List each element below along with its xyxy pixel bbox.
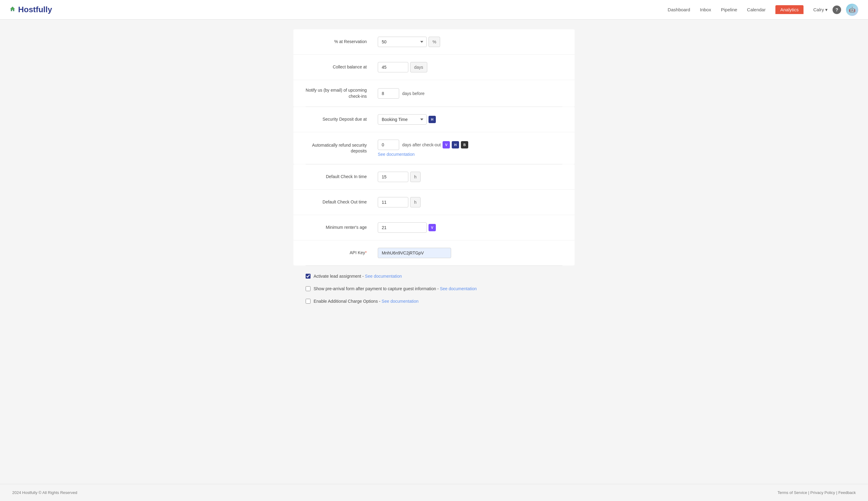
footer: 2024 Hostfully © All Rights Reserved Ter… [0,484,868,501]
logo[interactable]: Hostfully [10,5,52,14]
collect-balance-label: Collect balance at [306,64,373,70]
checkbox-section: Activate lead assignment - See documenta… [294,266,574,318]
checkin-input-group: 15 h [378,172,421,182]
api-key-input[interactable]: MnhU6n9VC2jRTGpV [378,248,451,258]
checkbox2-label: Show pre-arrival form after payment to c… [314,286,436,291]
payment-section: % at Reservation 50 25 75 100 % Collect … [294,29,574,107]
checkbox3-label: Enable Additional Charge Options - [314,299,381,303]
nav-dashboard[interactable]: Dashboard [668,7,690,12]
checkout-row: Default Check Out time 11 h [294,190,574,215]
nav-right: Calry ▾ ? 🤖 [813,4,858,16]
security-deposit-row: Security Deposit due at Booking Time Che… [294,107,574,132]
checkin-addon: h [410,172,421,182]
privacy-link[interactable]: Privacy Policy [810,490,835,495]
checkin-input[interactable]: 15 [378,172,408,182]
notify-input-group: 8 days before [378,88,424,99]
collect-balance-input[interactable]: 45 [378,62,408,72]
min-age-label: Minimum renter's age [306,225,373,231]
notify-row: Notify us (by email) of upcoming check-i… [294,80,574,107]
checkout-input-group: 11 h [378,197,421,207]
min-age-input-group: 21 V [378,222,436,233]
min-age-input[interactable]: 21 [378,222,427,233]
reservation-addon: % [428,37,440,47]
collect-balance-input-group: 45 days [378,62,427,72]
badge-h: H [452,141,459,148]
checkin-section: Default Check In time 15 h Default Check… [294,164,574,266]
api-key-input-group: MnhU6n9VC2jRTGpV [378,248,451,258]
auto-refund-row: Automatically refund security deposits 0… [294,132,574,164]
checkout-input[interactable]: 11 [378,197,408,207]
checkbox-row-3: Enable Additional Charge Options - See d… [306,298,562,305]
copyright: 2024 Hostfully © All Rights Reserved [12,490,77,495]
api-key-label: API Key* [306,250,373,256]
nav-inbox[interactable]: Inbox [700,7,711,12]
reservation-label: % at Reservation [306,39,373,45]
notify-addon: days before [402,91,424,96]
nav-links: Dashboard Inbox Pipeline Calendar Analyt… [668,7,804,12]
checkbox2-link[interactable]: See documentation [440,286,477,291]
notify-label: Notify us (by email) of upcoming check-i… [306,87,373,99]
auto-refund-label: Automatically refund security deposits [306,142,373,154]
checkbox3-link[interactable]: See documentation [382,299,419,303]
checkbox-row-1: Activate lead assignment - See documenta… [306,273,562,279]
nav-pipeline[interactable]: Pipeline [721,7,737,12]
security-deposit-section: Security Deposit due at Booking Time Che… [294,107,574,164]
checkin-label: Default Check In time [306,174,373,180]
main-content: % at Reservation 50 25 75 100 % Collect … [287,20,581,484]
checkout-addon: h [410,197,421,207]
checkbox1-label: Activate lead assignment [314,274,361,279]
activate-lead-checkbox[interactable] [306,274,310,279]
nav-calry[interactable]: Calry ▾ [813,7,828,12]
notify-input[interactable]: 8 [378,88,399,99]
chevron-down-icon: ▾ [825,7,828,12]
logo-icon [10,6,15,12]
reservation-select[interactable]: 50 25 75 100 [378,37,427,47]
reservation-row: % at Reservation 50 25 75 100 % [294,29,574,55]
checkin-row: Default Check In time 15 h [294,164,574,190]
checkbox-row-2: Show pre-arrival form after payment to c… [306,286,562,292]
security-deposit-input-group: Booking Time Check-in Time Check-out Tim… [378,114,436,125]
collect-balance-addon: days [410,62,427,72]
nav-calendar[interactable]: Calendar [747,7,766,12]
api-key-row: API Key* MnhU6n9VC2jRTGpV [294,241,574,266]
min-age-row: Minimum renter's age 21 V [294,215,574,241]
checkbox1-link[interactable]: See documentation [365,274,402,279]
see-documentation-1[interactable]: See documentation [378,152,468,157]
badge-v: V [443,141,450,148]
badge-v-age: V [428,224,436,231]
footer-links: Terms of Service | Privacy Policy | Feed… [777,490,856,495]
security-deposit-select[interactable]: Booking Time Check-in Time Check-out Tim… [378,114,427,125]
feedback-link[interactable]: Feedback [838,490,856,495]
auto-refund-input[interactable]: 0 [378,140,399,150]
security-deposit-label: Security Deposit due at [306,116,373,122]
additional-charge-checkbox[interactable] [306,299,310,303]
checkout-label: Default Check Out time [306,199,373,205]
collect-balance-row: Collect balance at 45 days [294,55,574,80]
navigation: Hostfully Dashboard Inbox Pipeline Calen… [0,0,868,20]
nav-analytics[interactable]: Analytics [775,5,804,14]
avatar[interactable]: 🤖 [846,4,858,16]
badge-b: B [461,141,468,148]
logo-text: Hostfully [18,5,52,14]
help-icon[interactable]: ? [833,6,841,14]
auto-refund-addon: days after check-out [402,142,441,147]
pre-arrival-checkbox[interactable] [306,286,310,291]
terms-link[interactable]: Terms of Service [777,490,807,495]
reservation-input-group: 50 25 75 100 % [378,37,440,47]
security-deposit-badge: H [428,116,436,123]
